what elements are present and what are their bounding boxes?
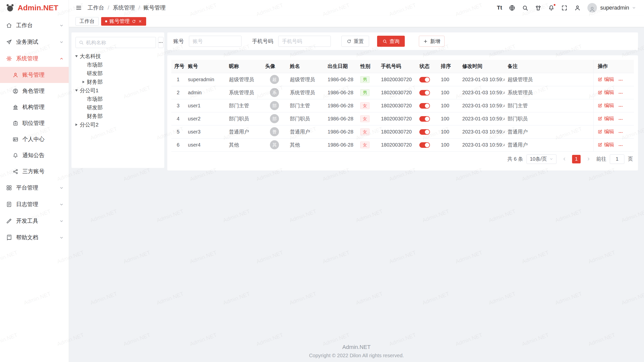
- edit-button[interactable]: 编辑: [598, 115, 614, 122]
- breadcrumb-item[interactable]: 系统管理: [113, 4, 135, 12]
- tree-node[interactable]: 分公司1: [75, 86, 160, 95]
- app-logo[interactable]: Admin.NET: [0, 0, 69, 16]
- add-button[interactable]: 新增: [419, 36, 445, 47]
- sidebar-item-org-manage[interactable]: 机构管理: [0, 99, 69, 115]
- menu-collapse-icon[interactable]: [75, 5, 82, 11]
- post-icon: [13, 120, 18, 126]
- cell-account: user4: [185, 138, 226, 151]
- more-actions-button[interactable]: [618, 130, 623, 135]
- avatar[interactable]: [587, 3, 597, 13]
- sidebar-item-workbench[interactable]: 工作台: [0, 17, 69, 34]
- edit-button[interactable]: 编辑: [598, 89, 614, 96]
- sidebar-item-help-docs[interactable]: 帮助文档: [0, 229, 69, 246]
- status-toggle[interactable]: [419, 90, 430, 96]
- page-size-select[interactable]: 10条/页: [527, 154, 556, 164]
- user-icon[interactable]: [574, 5, 581, 11]
- cell-remark: 部门职员: [505, 112, 594, 125]
- sidebar-item-label: 角色管理: [22, 87, 45, 95]
- tree-node[interactable]: 大名科技: [75, 52, 160, 61]
- tabs-bar: 工作台账号管理: [69, 16, 644, 27]
- sidebar-item-account-manage[interactable]: 账号管理: [0, 67, 69, 83]
- tree-node[interactable]: 财务部: [75, 112, 160, 120]
- sidebar-item-platform-manage[interactable]: 平台管理: [0, 179, 69, 196]
- cell-phone: 18020030720: [378, 125, 416, 138]
- breadcrumb-item[interactable]: 工作台: [88, 4, 104, 12]
- tree-node[interactable]: 研发部: [75, 69, 160, 78]
- tab-workbench[interactable]: 工作台: [75, 17, 99, 26]
- org-search-input[interactable]: [86, 40, 153, 46]
- language-icon[interactable]: [509, 5, 515, 11]
- more-actions-button[interactable]: [618, 143, 623, 148]
- sidebar-item-system-manage[interactable]: 系统管理: [0, 50, 69, 67]
- sidebar-item-label: 三方账号: [22, 168, 45, 175]
- more-actions-button[interactable]: [618, 104, 623, 109]
- status-toggle[interactable]: [419, 103, 430, 109]
- gender-tag: 女: [360, 142, 370, 148]
- cell-avatar: 系: [262, 86, 287, 99]
- cell-actions: 编辑: [594, 73, 634, 86]
- status-toggle[interactable]: [419, 77, 430, 82]
- status-toggle[interactable]: [419, 129, 430, 135]
- notification-badge: [553, 4, 556, 6]
- phone-filter-label: 手机号码: [252, 38, 273, 45]
- tree-caret-icon[interactable]: [75, 123, 77, 126]
- sidebar-item-third-account[interactable]: 三方账号: [0, 163, 69, 179]
- theme-icon[interactable]: [535, 5, 541, 11]
- goto-suffix: 页: [628, 156, 633, 162]
- account-filter-input[interactable]: [189, 36, 242, 47]
- reset-button[interactable]: 重置: [341, 36, 369, 47]
- search-button[interactable]: 查询: [377, 36, 405, 47]
- cell-nickname: 部门职员: [226, 112, 262, 125]
- fullscreen-icon[interactable]: [561, 5, 568, 11]
- gender-tag: 女: [360, 102, 370, 109]
- close-icon[interactable]: [138, 19, 142, 23]
- phone-filter-input[interactable]: [278, 36, 331, 47]
- edit-button[interactable]: 编辑: [598, 76, 614, 83]
- tree-node[interactable]: 财务部: [75, 78, 160, 86]
- total-count: 共 6 条: [507, 156, 523, 162]
- cell-sort: 100: [438, 138, 459, 151]
- goto-page-input[interactable]: [610, 154, 624, 164]
- tree-caret-icon[interactable]: [75, 89, 78, 92]
- sidebar-item-profile-center[interactable]: 个人中心: [0, 131, 69, 147]
- sidebar-item-label: 个人中心: [22, 135, 45, 143]
- font-size-icon[interactable]: Tt: [497, 5, 502, 11]
- sidebar-item-position-manage[interactable]: 职位管理: [0, 115, 69, 131]
- more-actions-button[interactable]: [618, 78, 623, 83]
- share-icon: [13, 169, 18, 174]
- page-1-button[interactable]: 1: [572, 155, 581, 163]
- username[interactable]: superadmin: [600, 5, 629, 11]
- status-toggle[interactable]: [419, 116, 430, 122]
- notification-button[interactable]: [548, 5, 554, 11]
- status-toggle[interactable]: [419, 142, 430, 148]
- search-icon: [382, 39, 387, 44]
- tree-caret-icon[interactable]: [83, 81, 85, 83]
- cell-account: admin: [185, 86, 226, 99]
- edit-button[interactable]: 编辑: [598, 102, 614, 109]
- more-actions-button[interactable]: [618, 117, 623, 122]
- cell-index: 4: [171, 112, 185, 125]
- sidebar-item-log-manage[interactable]: 日志管理: [0, 196, 69, 213]
- refresh-icon[interactable]: [132, 19, 136, 23]
- edit-button[interactable]: 编辑: [598, 141, 614, 148]
- tree-node[interactable]: 分公司2: [75, 120, 160, 129]
- sidebar-item-role-manage[interactable]: 角色管理: [0, 83, 69, 99]
- sidebar-item-dev-tools[interactable]: 开发工具: [0, 213, 69, 229]
- tree-node[interactable]: 研发部: [75, 103, 160, 112]
- sidebar-item-notice[interactable]: 通知公告: [0, 147, 69, 163]
- sidebar-item-business-test[interactable]: 业务测试: [0, 34, 69, 50]
- chevron-down-icon[interactable]: [632, 6, 636, 10]
- cell-gender: 女: [357, 138, 378, 151]
- search-icon[interactable]: [522, 5, 528, 11]
- tree-node[interactable]: 市场部: [75, 95, 160, 103]
- edit-button[interactable]: 编辑: [598, 128, 614, 135]
- tree-caret-icon[interactable]: [75, 55, 78, 57]
- column-header: 头像: [262, 60, 287, 73]
- more-actions-button[interactable]: [618, 91, 623, 96]
- gender-tag: 女: [360, 115, 370, 122]
- org-more-button[interactable]: [158, 37, 164, 48]
- tab-account-manage[interactable]: 账号管理: [101, 17, 146, 26]
- tree-node[interactable]: 市场部: [75, 61, 160, 69]
- next-page-button[interactable]: [584, 155, 593, 163]
- prev-page-button[interactable]: [560, 155, 569, 163]
